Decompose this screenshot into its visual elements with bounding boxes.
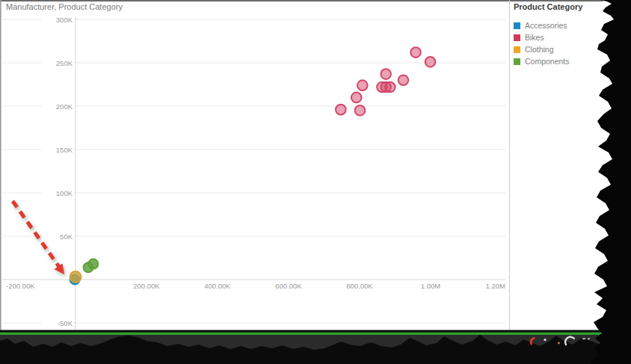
legend-item-label: Bikes bbox=[525, 33, 544, 43]
taskbar-green-line bbox=[0, 333, 603, 335]
legend-item-bikes[interactable]: Bikes bbox=[514, 33, 597, 43]
point-bikes[interactable] bbox=[355, 105, 366, 116]
legend-swatch bbox=[514, 46, 520, 53]
point-bikes[interactable] bbox=[381, 69, 391, 79]
torn-bottom-edge bbox=[0, 330, 631, 364]
legend-swatch bbox=[514, 22, 520, 29]
chart-title: Manufacturer, Product Category bbox=[6, 2, 123, 11]
left-border bbox=[0, 0, 1, 331]
legend-swatch bbox=[514, 58, 520, 65]
legend: Product Category AccessoriesBikesClothin… bbox=[514, 2, 597, 69]
point-bikes[interactable] bbox=[385, 82, 395, 93]
point-bikes[interactable] bbox=[351, 93, 362, 103]
legend-swatch bbox=[514, 34, 520, 41]
annotation-arrow bbox=[13, 201, 64, 274]
scatter-points bbox=[70, 47, 436, 284]
legend-item-label: Accessories bbox=[525, 21, 567, 31]
legend-separator bbox=[509, 0, 510, 330]
legend-item-accessories[interactable]: Accessories bbox=[514, 21, 597, 31]
point-bikes[interactable] bbox=[425, 57, 436, 67]
legend-title: Product Category bbox=[514, 2, 597, 11]
legend-item-clothing[interactable]: Clothing bbox=[514, 45, 597, 55]
point-bikes[interactable] bbox=[357, 80, 368, 90]
legend-items: AccessoriesBikesClothingComponents bbox=[514, 21, 597, 67]
point-clothing[interactable] bbox=[70, 271, 81, 283]
point-bikes[interactable] bbox=[336, 105, 346, 115]
point-bikes[interactable] bbox=[398, 75, 409, 85]
point-components[interactable] bbox=[88, 259, 98, 269]
legend-item-label: Clothing bbox=[525, 45, 554, 55]
legend-item-components[interactable]: Components bbox=[514, 57, 597, 67]
top-border bbox=[0, 0, 603, 1]
point-bikes[interactable] bbox=[410, 47, 421, 58]
legend-item-label: Components bbox=[525, 57, 570, 67]
report-canvas: Manufacturer, Product Category 300K250K2… bbox=[0, 0, 631, 364]
